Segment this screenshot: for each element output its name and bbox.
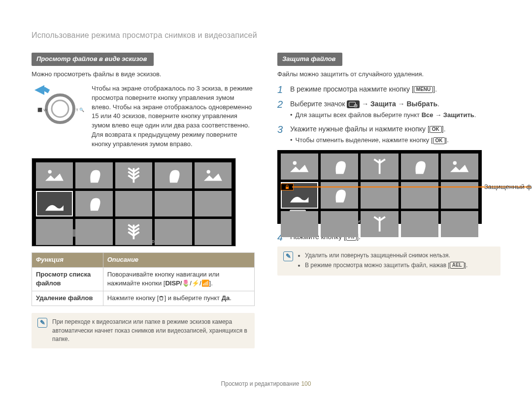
protect-screen-illustration: ◀ 01.01 OK Выбрать Fn Установить	[277, 150, 482, 224]
svg-point-11	[453, 161, 457, 165]
ok-button-icon: OK	[430, 126, 442, 133]
macro-icon: 🌷	[182, 279, 190, 287]
lead-thumbnails: Можно просмотреть файлы в виде эскизов.	[32, 70, 255, 79]
th-description: Описание	[103, 252, 254, 267]
info-icon: ✎	[283, 251, 293, 261]
trash-icon	[159, 294, 164, 302]
th-function: Функция	[32, 252, 103, 267]
svg-text:T 🔍: T 🔍	[76, 107, 84, 112]
svg-point-10	[293, 161, 297, 165]
wifi-icon: 📶	[201, 279, 209, 287]
svg-point-3	[52, 100, 68, 117]
info-icon: ✎	[37, 318, 47, 328]
callout-protected-file: Защищенный файл	[484, 183, 532, 192]
svg-text:⬛ W: ⬛ W	[37, 107, 47, 112]
svg-marker-0	[34, 85, 44, 95]
device-settings-icon	[347, 100, 360, 108]
step-2: 2 Выберите значок → Защита → Выбрать. Дл…	[277, 99, 500, 120]
zoom-tip-text: Чтобы на экране отображалось по 3 эскиза…	[92, 84, 255, 149]
section-header-thumbnails: Просмотр файлов в виде эскизов	[32, 53, 154, 66]
thumbnail-screen-illustration: ◀ 01.01 02 07.01 ▶ MENUМеню 2012.07.01 1…	[32, 158, 236, 247]
ok-button-icon: OK	[433, 137, 445, 144]
section-header-protect: Защита файлов	[277, 53, 342, 66]
flash-icon: ⚡	[192, 279, 200, 287]
zoom-dial-illustration: ⬛ W T 🔍	[32, 84, 86, 129]
page-footer: Просмотр и редактирование100	[0, 380, 532, 388]
svg-rect-12	[286, 187, 289, 189]
ael-button-icon: AEL	[450, 262, 465, 269]
svg-point-6	[48, 170, 52, 173]
page-title: Использование режима просмотра снимков и…	[32, 30, 500, 41]
menu-button-icon: MENU	[414, 86, 433, 93]
step-3: 3 Укажите нужные файлы и нажмите кнопку …	[277, 124, 500, 145]
lead-protect: Файлы можно защитить от случайного удале…	[277, 70, 500, 79]
function-table: Функция Описание Просмотр списка файлов …	[32, 252, 255, 306]
note-left: ✎ При переходе к видеозаписи или папке в…	[32, 313, 255, 348]
svg-point-2	[46, 95, 74, 123]
note-right: ✎ Удалить или повернуть защищенный снимо…	[277, 247, 500, 276]
step-1: 1 В режиме просмотра нажмите кнопку [MEN…	[277, 84, 500, 95]
svg-point-7	[206, 170, 210, 173]
